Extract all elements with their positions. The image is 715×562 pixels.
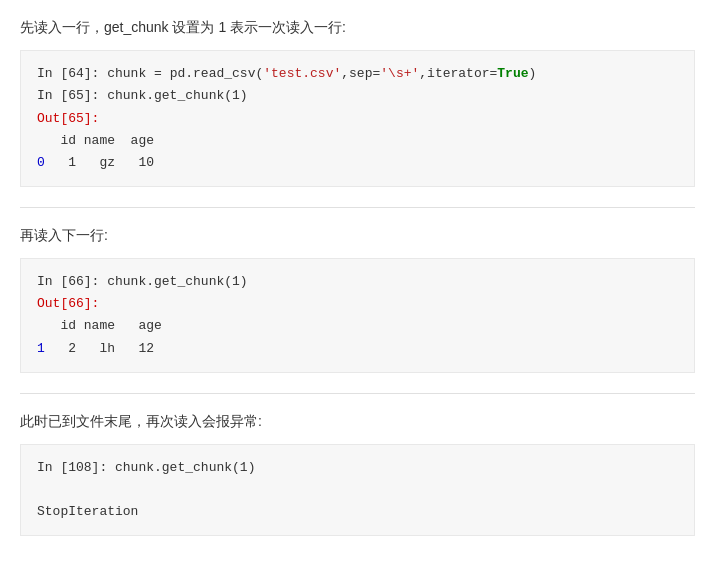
code-line-out65: Out[65]: xyxy=(37,108,678,130)
divider-1 xyxy=(20,207,695,208)
row-values-1: 1 gz 10 xyxy=(45,155,154,170)
output-header-2: id name age xyxy=(37,318,162,333)
code-iter-param: ,iterator= xyxy=(419,66,497,81)
code-line-row1: 0 1 gz 10 xyxy=(37,152,678,174)
code-line-blank xyxy=(37,479,678,501)
row-values-2: 2 lh 12 xyxy=(45,341,154,356)
code-line-header2: id name age xyxy=(37,315,678,337)
code-true-keyword: True xyxy=(497,66,528,81)
divider-2 xyxy=(20,393,695,394)
code-line-in108: In [108]: chunk.get_chunk(1) xyxy=(37,457,678,479)
row-index-1: 1 xyxy=(37,341,45,356)
prompt-66: In [66]: chunk.get_chunk(1) xyxy=(37,274,248,289)
code-filename: 'test.csv' xyxy=(263,66,341,81)
out-label-65: Out[65]: xyxy=(37,111,99,126)
row-index-0: 0 xyxy=(37,155,45,170)
prompt-108: In [108]: chunk.get_chunk(1) xyxy=(37,460,255,475)
code-line-header1: id name age xyxy=(37,130,678,152)
code-close-paren: ) xyxy=(529,66,537,81)
code-line-in64: In [64]: chunk = pd.read_csv('test.csv',… xyxy=(37,63,678,85)
code-block-64: In [64]: chunk = pd.read_csv('test.csv',… xyxy=(20,50,695,186)
code-sep-param: ,sep= xyxy=(341,66,380,81)
section3-intro: 此时已到文件末尾，再次读入会报异常: xyxy=(20,410,695,432)
code-sep-value: '\s+' xyxy=(380,66,419,81)
stop-iteration-text: StopIteration xyxy=(37,504,138,519)
out-label-66: Out[66]: xyxy=(37,296,99,311)
code-line-out66: Out[66]: xyxy=(37,293,678,315)
section1-intro: 先读入一行，get_chunk 设置为 1 表示一次读入一行: xyxy=(20,16,695,38)
code-chunk-assign: chunk = pd.read_csv( xyxy=(107,66,263,81)
code-line-in65: In [65]: chunk.get_chunk(1) xyxy=(37,85,678,107)
code-block-108: In [108]: chunk.get_chunk(1) StopIterati… xyxy=(20,444,695,536)
code-line-row2: 1 2 lh 12 xyxy=(37,338,678,360)
code-line-in66: In [66]: chunk.get_chunk(1) xyxy=(37,271,678,293)
code-block-66: In [66]: chunk.get_chunk(1) Out[66]: id … xyxy=(20,258,695,372)
section2-intro: 再读入下一行: xyxy=(20,224,695,246)
prompt-65: In [65]: chunk.get_chunk(1) xyxy=(37,88,248,103)
prompt-64: In [64]: xyxy=(37,66,107,81)
code-line-stopiteration: StopIteration xyxy=(37,501,678,523)
output-header-1: id name age xyxy=(37,133,154,148)
